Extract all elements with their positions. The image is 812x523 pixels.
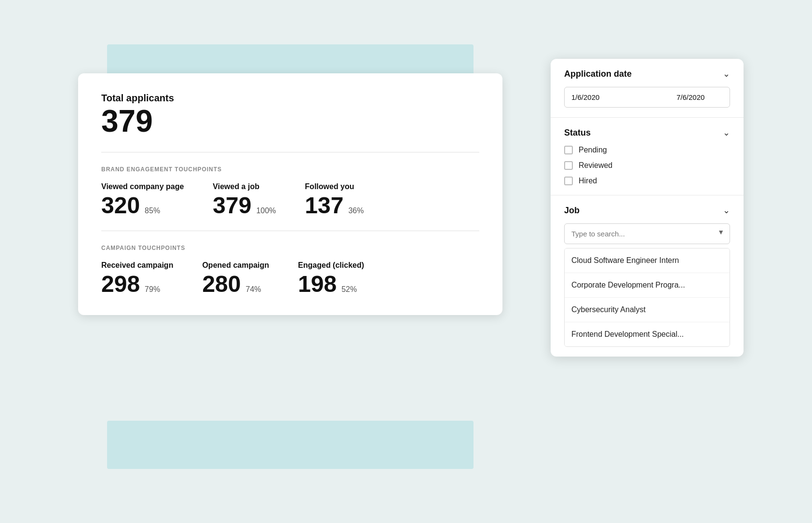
filter-panel: Application date ⌄ Status ⌄ Pending bbox=[551, 59, 744, 357]
total-applicants-label: Total applicants bbox=[101, 93, 479, 104]
application-date-title: Application date bbox=[564, 69, 632, 79]
job-section: Job ⌄ ▼ Cloud Software Engineer Intern C… bbox=[551, 195, 744, 357]
brand-metric-0-percent: 85% bbox=[145, 206, 160, 215]
brand-metric-1-values: 379 100% bbox=[213, 194, 276, 217]
campaign-metric-1: Opened campaign 280 74% bbox=[202, 261, 269, 296]
job-search-input[interactable] bbox=[564, 223, 730, 244]
campaign-metric-0: Received campaign 298 79% bbox=[101, 261, 173, 296]
brand-metric-2-number: 137 bbox=[305, 194, 343, 217]
divider-2 bbox=[101, 231, 479, 231]
campaign-metric-1-number: 280 bbox=[202, 273, 241, 296]
status-title: Status bbox=[564, 128, 591, 138]
campaign-metric-0-number: 298 bbox=[101, 273, 140, 296]
job-title: Job bbox=[564, 206, 580, 216]
application-date-section: Application date ⌄ bbox=[551, 59, 744, 118]
campaign-metric-0-percent: 79% bbox=[145, 285, 160, 294]
brand-metric-0-values: 320 85% bbox=[101, 194, 184, 217]
total-applicants-section: Total applicants 379 bbox=[101, 93, 479, 137]
status-checkbox-list: Pending Reviewed Hired bbox=[564, 146, 730, 185]
brand-metric-2-title: Followed you bbox=[305, 182, 364, 191]
brand-metric-0-number: 320 bbox=[101, 194, 140, 217]
brand-metric-1-number: 379 bbox=[213, 194, 251, 217]
divider-1 bbox=[101, 152, 479, 152]
job-chevron-icon: ⌄ bbox=[723, 205, 730, 216]
campaign-metric-0-title: Received campaign bbox=[101, 261, 173, 270]
date-from-input[interactable] bbox=[565, 87, 670, 107]
campaign-metrics-row: Received campaign 298 79% Opened campaig… bbox=[101, 261, 479, 296]
brand-metric-2-percent: 36% bbox=[348, 206, 364, 215]
stats-card: Total applicants 379 BRAND ENGAGEMENT TO… bbox=[78, 73, 502, 315]
date-to-input[interactable] bbox=[670, 87, 730, 107]
job-dropdown: Cloud Software Engineer Intern Corporate… bbox=[564, 248, 730, 347]
status-checkbox-hired[interactable] bbox=[564, 177, 573, 185]
status-label-pending: Pending bbox=[579, 146, 607, 154]
status-option-pending[interactable]: Pending bbox=[564, 146, 730, 154]
brand-metric-2: Followed you 137 36% bbox=[305, 182, 364, 217]
campaign-metric-2-number: 198 bbox=[298, 273, 337, 296]
brand-metric-2-values: 137 36% bbox=[305, 194, 364, 217]
application-date-header[interactable]: Application date ⌄ bbox=[564, 69, 730, 79]
brand-metric-1-percent: 100% bbox=[256, 206, 276, 215]
total-applicants-value: 379 bbox=[101, 106, 479, 137]
status-label-hired: Hired bbox=[579, 177, 597, 185]
campaign-metric-1-percent: 74% bbox=[246, 285, 261, 294]
status-section: Status ⌄ Pending Reviewed Hired bbox=[551, 118, 744, 195]
status-option-reviewed[interactable]: Reviewed bbox=[564, 161, 730, 170]
job-option-3[interactable]: Frontend Development Special... bbox=[565, 322, 730, 346]
campaign-metric-1-values: 280 74% bbox=[202, 273, 269, 296]
campaign-metric-0-values: 298 79% bbox=[101, 273, 173, 296]
campaign-metric-2-values: 198 52% bbox=[298, 273, 364, 296]
job-option-2[interactable]: Cybersecurity Analyst bbox=[565, 298, 730, 322]
status-checkbox-pending[interactable] bbox=[564, 146, 573, 154]
campaign-metric-2: Engaged (clicked) 198 52% bbox=[298, 261, 364, 296]
status-header[interactable]: Status ⌄ bbox=[564, 127, 730, 138]
brand-metric-1: Viewed a job 379 100% bbox=[213, 182, 276, 217]
date-fields bbox=[564, 87, 730, 108]
brand-metric-0: Viewed company page 320 85% bbox=[101, 182, 184, 217]
status-option-hired[interactable]: Hired bbox=[564, 177, 730, 185]
brand-metric-0-title: Viewed company page bbox=[101, 182, 184, 191]
job-search-wrapper: ▼ bbox=[564, 223, 730, 248]
page-wrapper: Total applicants 379 BRAND ENGAGEMENT TO… bbox=[68, 44, 744, 479]
brand-metrics-row: Viewed company page 320 85% Viewed a job… bbox=[101, 182, 479, 217]
brand-section-label: BRAND ENGAGEMENT TOUCHPOINTS bbox=[101, 166, 479, 173]
brand-metric-1-title: Viewed a job bbox=[213, 182, 276, 191]
status-chevron-icon: ⌄ bbox=[723, 127, 730, 138]
campaign-metric-1-title: Opened campaign bbox=[202, 261, 269, 270]
job-option-0[interactable]: Cloud Software Engineer Intern bbox=[565, 248, 730, 273]
job-header[interactable]: Job ⌄ bbox=[564, 205, 730, 216]
application-date-chevron-icon: ⌄ bbox=[723, 69, 730, 79]
campaign-section-label: CAMPAIGN TOUCHPOINTS bbox=[101, 245, 479, 251]
deco-rect-bottom bbox=[107, 421, 474, 469]
job-option-1[interactable]: Corporate Development Progra... bbox=[565, 273, 730, 298]
campaign-metric-2-percent: 52% bbox=[341, 285, 357, 294]
status-label-reviewed: Reviewed bbox=[579, 161, 612, 170]
status-checkbox-reviewed[interactable] bbox=[564, 161, 573, 170]
campaign-metric-2-title: Engaged (clicked) bbox=[298, 261, 364, 270]
